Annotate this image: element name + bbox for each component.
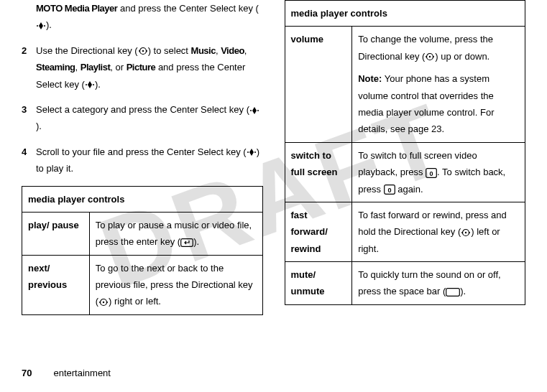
step-spacer (22, 0, 36, 34)
center-select-icon (36, 22, 46, 30)
step-4: 4 Scroll to your file and press the Cent… (22, 144, 263, 177)
table-header-right: media player controls (285, 1, 525, 27)
note-label: Note: (358, 73, 382, 84)
page-number: 70 (22, 368, 32, 378)
volb: ) up or down. (435, 51, 489, 62)
page-footer: 70entertainment (22, 365, 111, 381)
svg-point-10 (247, 151, 249, 153)
playb: ). (193, 236, 199, 247)
table-row: mute/ unmute To quickly turn the sound o… (285, 262, 525, 305)
muteb: ). (460, 286, 466, 297)
controls-table-right: media player controls volume To change t… (285, 0, 526, 305)
volume-desc: To change the volume, press the Directio… (352, 27, 525, 142)
steaming-label: Steaming (36, 62, 75, 73)
table-row: switch to full screen To switch to full … (285, 142, 525, 202)
table-row: fast forward/ rewind To fast forward or … (285, 202, 525, 261)
fullscreen-label: switch to full screen (285, 142, 352, 202)
svg-point-1 (44, 25, 45, 27)
section-name: entertainment (53, 368, 111, 378)
fullscreen-desc: To switch to full screen video playback,… (352, 142, 525, 202)
center-select-icon (249, 106, 259, 115)
controls-table-left: media player controls play/ pause To pla… (22, 186, 263, 315)
directional-key-icon (98, 298, 109, 307)
left-column: MOTO Media Player and press the Center S… (22, 0, 263, 315)
svg-point-5 (142, 50, 143, 52)
step1-end: ). (46, 19, 52, 30)
svg-point-28 (465, 232, 466, 233)
step-1-text: MOTO Media Player and press the Center S… (36, 0, 263, 34)
play-pause-label: play/ pause (22, 212, 90, 255)
svg-text:0: 0 (387, 187, 391, 194)
s2end: ). (95, 79, 101, 90)
directional-key-icon (461, 228, 471, 237)
next-previous-label: next/ previous (22, 255, 90, 314)
sep4: , or (110, 62, 126, 73)
mutea: To quickly turn the sound on or off, pre… (358, 269, 501, 297)
svg-point-0 (37, 25, 38, 27)
volume-label: volume (285, 27, 352, 142)
svg-point-7 (93, 84, 94, 85)
s2a: Use the Directional key ( (36, 45, 138, 56)
table-row: volume To change the volume, press the D… (285, 27, 525, 142)
step-2: 2 Use the Directional key () to select M… (22, 42, 263, 93)
playa: To play or pause a music or video file, … (96, 220, 252, 247)
sep3: , (75, 62, 81, 73)
playlist-label: Playlist (81, 62, 111, 73)
center-select-icon (85, 80, 95, 89)
svg-point-9 (257, 110, 259, 111)
ff-rewind-desc: To fast forward or rewind, press and hol… (352, 202, 525, 261)
svg-point-16 (103, 302, 104, 303)
play-pause-desc: To play or pause a music or video file, … (89, 212, 262, 255)
step-3: 3 Select a category and press the Center… (22, 101, 263, 135)
step-3-text: Select a category and press the Center S… (36, 101, 263, 135)
s3end: ). (36, 121, 42, 131)
svg-rect-29 (446, 289, 460, 297)
zero-key-icon: 0 (384, 185, 395, 195)
right-column: media player controls volume To change t… (285, 0, 526, 315)
two-column-layout: MOTO Media Player and press the Center S… (22, 0, 525, 315)
step-4-number: 4 (22, 144, 36, 177)
sep2: , (244, 45, 247, 56)
step-2-number: 2 (22, 42, 36, 93)
ff-rewind-label: fast forward/ rewind (285, 202, 352, 261)
svg-point-8 (250, 110, 252, 111)
music-label: Music (191, 45, 216, 56)
step-4-text: Scroll to your file and press the Center… (36, 144, 263, 177)
table-row: play/ pause To play or pause a music or … (22, 212, 263, 255)
next-previous-desc: To go to the next or back to the previou… (89, 255, 262, 314)
nextb: ) right or left. (109, 296, 161, 307)
zero-key-icon: 0 (426, 168, 437, 178)
step-1-partial: MOTO Media Player and press the Center S… (22, 0, 263, 34)
directional-key-icon (138, 47, 148, 55)
svg-point-20 (429, 56, 431, 57)
table-header-left: media player controls (22, 186, 263, 212)
picture-label: Picture (127, 62, 156, 73)
mute-desc: To quickly turn the sound on or off, pre… (352, 262, 525, 305)
step1-mid: and press the Center Select key ( (117, 3, 259, 14)
svg-text:0: 0 (430, 169, 433, 177)
s2b: ) to select (148, 45, 191, 56)
s3a: Select a category and press the Center S… (36, 104, 249, 115)
svg-point-6 (86, 84, 87, 85)
video-label: Video (221, 45, 244, 56)
fullc: again. (395, 184, 423, 195)
enter-key-icon (180, 238, 193, 247)
step-2-text: Use the Directional key () to select Mus… (36, 42, 263, 93)
space-bar-icon (446, 288, 460, 297)
mute-label: mute/ unmute (285, 262, 352, 305)
center-select-icon (247, 148, 257, 157)
table-row: next/ previous To go to the next or back… (22, 255, 263, 314)
step-3-number: 3 (22, 101, 36, 135)
s4a: Scroll to your file and press the Center… (36, 146, 247, 157)
svg-point-11 (254, 151, 256, 153)
moto-media-player-label: MOTO Media Player (36, 3, 117, 14)
directional-key-icon (425, 52, 435, 61)
